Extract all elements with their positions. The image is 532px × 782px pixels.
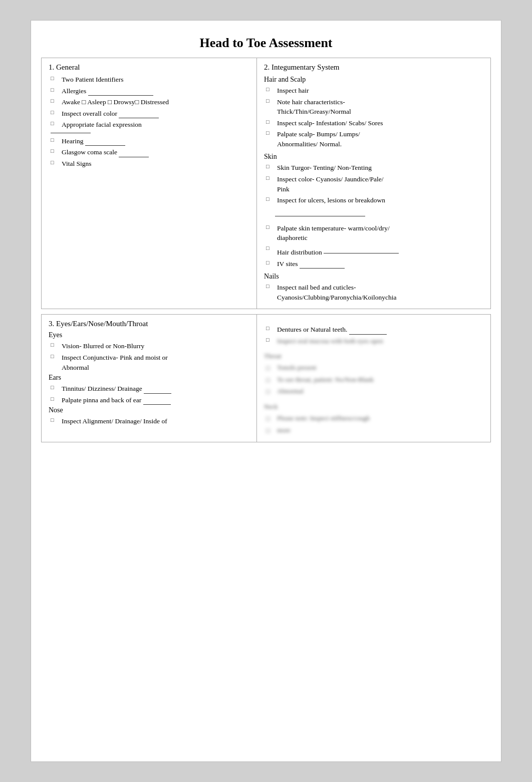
list-item: □ Inspect for ulcers, lesions or breakdo… — [264, 195, 483, 205]
hair-scalp-heading: Hair and Scalp — [264, 76, 483, 84]
blank-field — [119, 111, 159, 118]
item-text: Allergies — [62, 86, 249, 96]
item-text-blurred: more — [277, 425, 483, 435]
page: Head to Toe Assessment 1. General □ Two … — [31, 20, 501, 762]
list-item: □ Hearing — [49, 136, 249, 146]
list-item: □ Inspect Alignment/ Drainage/ Inside of — [49, 416, 249, 426]
item-text: Skin Turgor- Tenting/ Non-Tenting — [277, 163, 483, 173]
list-item: □ Inspect nail bed and cuticles-Cyanosis… — [264, 283, 483, 302]
list-item: □ To see throat, patient: No/Non-Blank — [264, 375, 483, 385]
eyes-heading: Eyes — [49, 331, 249, 339]
blank-field — [119, 150, 149, 157]
blank-field — [300, 262, 345, 269]
section4-col: □ Dentures or Natural teeth. □ Inspect o… — [257, 315, 490, 442]
list-item: □ Skin Turgor- Tenting/ Non-Tenting — [264, 163, 483, 173]
list-item: □ Palpate scalp- Bumps/ Lumps/Abnormalit… — [264, 129, 483, 149]
bullet-icon: □ — [266, 337, 274, 343]
list-item: □ more — [264, 425, 483, 436]
blank-field — [349, 328, 387, 335]
item-text: Inspect nail bed and cuticles-Cyanosis/C… — [277, 283, 483, 302]
item-text: Vision- Blurred or Non-Blurry — [62, 341, 249, 351]
item-text: Vital Signs — [62, 159, 249, 169]
item-text: Hair distribution — [277, 244, 483, 257]
bullet-icon: □ — [266, 119, 274, 125]
bullet-icon: □ — [266, 363, 274, 373]
section3-heading: 3. Eyes/Ears/Nose/Mouth/Throat — [49, 320, 249, 328]
bullet-icon: □ — [266, 245, 274, 251]
bullet-icon: □ — [51, 75, 59, 81]
item-text: IV sites — [277, 259, 483, 269]
bullet-icon: □ — [266, 414, 274, 424]
item-text: Inspect hair — [277, 86, 483, 96]
list-item: □ IV sites — [264, 259, 483, 269]
top-row: 1. General □ Two Patient Identifiers □ A… — [41, 58, 491, 309]
list-item: □ Inspect hair — [264, 86, 483, 96]
list-item: □ Tinnitus/ Dizziness/ Drainage — [49, 384, 249, 394]
item-text: Awake □ Asleep □ Drowsy□ Distressed — [62, 97, 249, 107]
list-item: □ Note hair characteristics-Thick/Thin/G… — [264, 97, 483, 117]
list-item: □ Allergies — [49, 86, 249, 96]
neck-heading-blurred: Neck — [264, 402, 483, 412]
item-text-blurred: Tonsils present — [277, 363, 483, 373]
item-text: Tinnitus/ Dizziness/ Drainage — [62, 384, 249, 394]
list-item: □ Vision- Blurred or Non-Blurry — [49, 341, 249, 351]
list-item: □ Two Patient Identifiers — [49, 75, 249, 85]
item-text: Inspect for ulcers, lesions or breakdown — [277, 195, 483, 205]
bottom-row: 3. Eyes/Ears/Nose/Mouth/Throat Eyes □ Vi… — [41, 314, 491, 442]
item-text: Appropriate facial expression — [62, 120, 249, 130]
list-item: □ Please note: Inspect stiffness/cough — [264, 413, 483, 424]
item-text: Two Patient Identifiers — [62, 75, 249, 85]
ears-heading: Ears — [49, 374, 249, 382]
bullet-icon: □ — [266, 224, 274, 230]
bullet-icon: □ — [266, 98, 274, 104]
list-item: □ Hair distribution — [264, 244, 483, 257]
list-item: □ Tonsils present — [264, 363, 483, 373]
bullet-icon: □ — [51, 137, 59, 143]
blank-field — [85, 139, 125, 146]
bullet-icon: □ — [266, 175, 274, 181]
item-text-blurred: Abnormal — [277, 386, 483, 396]
list-item: □ Palpate pinna and back of ear — [49, 395, 249, 405]
list-item: □ Inspect overall color — [49, 109, 249, 119]
bullet-icon: □ — [51, 98, 59, 104]
list-item: □ Inspect oral mucosa with both eyes ope… — [264, 336, 483, 346]
item-text: Inspect scalp- Infestation/ Scabs/ Sores — [277, 118, 483, 128]
list-item: □ Inspect color- Cyanosis/ Jaundice/Pale… — [264, 174, 483, 194]
bullet-icon: □ — [51, 87, 59, 93]
bullet-icon: □ — [51, 417, 59, 423]
bullet-icon: □ — [51, 159, 59, 165]
item-text: Inspect Conjunctiva- Pink and moist orAb… — [62, 353, 249, 372]
list-item: □ Palpate skin temperature- warm/cool/dr… — [264, 223, 483, 243]
bullet-icon: □ — [266, 259, 274, 266]
nose-heading: Nose — [49, 406, 249, 414]
neck-section: Neck □ Please note: Inspect stiffness/co… — [264, 402, 483, 436]
blank-field — [88, 89, 153, 96]
bullet-icon: □ — [51, 353, 59, 359]
item-text: Glasgow coma scale — [62, 147, 249, 157]
bullet-icon: □ — [266, 130, 274, 136]
blank-field — [275, 209, 365, 216]
bullet-icon: □ — [51, 109, 59, 115]
bullet-icon: □ — [266, 325, 274, 331]
section1-col: 1. General □ Two Patient Identifiers □ A… — [42, 58, 257, 309]
list-item: □ Inspect Conjunctiva- Pink and moist or… — [49, 353, 249, 372]
list-item: □ Abnormal — [264, 386, 483, 397]
list-item: □ Inspect scalp- Infestation/ Scabs/ Sor… — [264, 118, 483, 128]
bullet-icon: □ — [266, 283, 274, 289]
bullet-icon: □ — [266, 86, 274, 92]
item-text: Palpate pinna and back of ear — [62, 395, 249, 405]
list-item: □ Glasgow coma scale — [49, 147, 249, 157]
bullet-icon: □ — [51, 120, 59, 126]
item-text: Palpate skin temperature- warm/cool/dry/… — [277, 223, 483, 243]
section3-col: 3. Eyes/Ears/Nose/Mouth/Throat Eyes □ Vi… — [42, 315, 257, 442]
throat-heading-blurred: Throat — [264, 351, 483, 361]
item-text: Inspect overall color — [62, 109, 249, 119]
bullet-icon: □ — [266, 426, 274, 436]
item-text: Inspect Alignment/ Drainage/ Inside of — [62, 416, 249, 426]
bullet-icon: □ — [266, 163, 274, 169]
list-item: □ Awake □ Asleep □ Drowsy□ Distressed — [49, 97, 249, 107]
bullet-icon: □ — [51, 396, 59, 402]
bullet-icon: □ — [51, 342, 59, 348]
item-text: Inspect color- Cyanosis/ Jaundice/Pale/P… — [277, 174, 483, 194]
skin-heading: Skin — [264, 153, 483, 161]
